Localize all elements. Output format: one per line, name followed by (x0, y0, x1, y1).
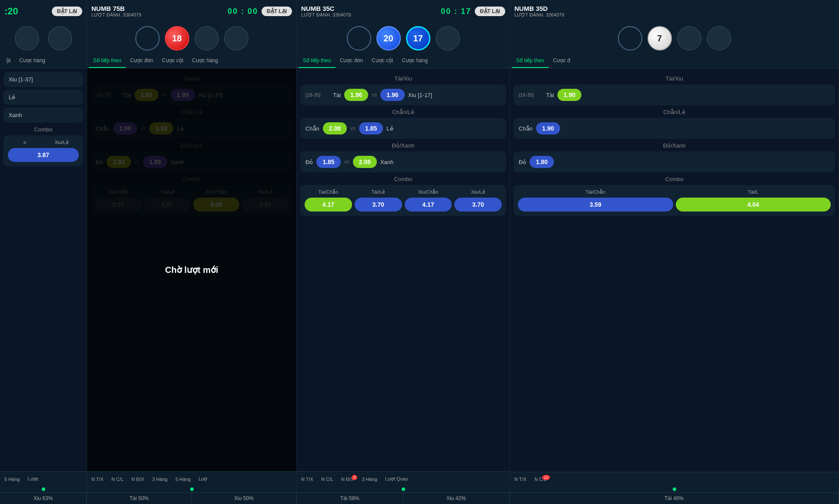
panel-header: NUMB 35C LƯỢT ĐÁNH. 3364078 00 : 17ĐẶT L… (297, 0, 510, 23)
panel-title-group: NUMB 35D LƯỢT ĐÁNH. 3364076 (514, 5, 564, 18)
section-title: Tài/Xiu (300, 75, 506, 82)
reset-button[interactable]: ĐẶT LẠI (52, 7, 82, 16)
section-title: Chẵn/Lẻ (300, 109, 506, 115)
combo-header: Tài/L (676, 189, 831, 195)
tabs-row: Số tiếp theoCược đơnCược cộtCược hàng (87, 54, 296, 68)
tabs-row: Số tiếp theoCược đơnCược cộtCược hàng (297, 54, 510, 68)
tab-2[interactable]: Cược cột (367, 54, 397, 68)
tab-2[interactable]: Cược cột (158, 54, 188, 68)
tab-3[interactable]: Cược hàng (397, 54, 432, 68)
ball-2 (677, 26, 701, 50)
panel-panel4: NUMB 35D LƯỢT ĐÁNH. 3364076 7Số tiếp the… (510, 0, 839, 504)
bet-left-odds[interactable]: 1.85 (316, 156, 340, 168)
bet-right-label: Xanh (9, 112, 22, 118)
bottom-tab-0[interactable]: N T/X (511, 474, 530, 484)
combo-header: Tài/Chẵn (518, 189, 673, 195)
bottom-tab-0[interactable]: N T/X (298, 474, 317, 484)
bet-right-odds[interactable]: 2.08 (353, 156, 377, 168)
bet-left-odds[interactable]: 2.08 (323, 122, 347, 134)
tab-3[interactable]: Cược hàng (188, 54, 222, 68)
waiting-text: Chờ lượt mới (165, 265, 218, 275)
combo-header: n (8, 140, 42, 145)
tab-0[interactable]: Số tiếp theo (89, 54, 126, 68)
bottom-tab-1[interactable]: N C/L (318, 474, 337, 484)
bet-left-label: Chẵn (305, 125, 319, 132)
bottom-tab-1[interactable]: N C/L 12 (531, 474, 550, 484)
combo-header: Tài/Lẻ (355, 189, 402, 195)
stats-row: Tài 50%Xiu 50% (87, 492, 296, 504)
combo-btn-0[interactable]: 4.17 (305, 198, 352, 212)
badge: 12 (542, 475, 550, 480)
combo-btn-1[interactable]: 3.70 (355, 198, 402, 212)
badge: 5 (352, 475, 357, 480)
score-display: :20 (4, 6, 18, 17)
combo-btn-3[interactable]: 3.70 (454, 198, 502, 212)
combo-btn-0[interactable]: 3.59 (518, 198, 673, 212)
reset-button[interactable]: ĐẶT LẠI (475, 7, 505, 16)
tab-1[interactable]: Cược hàng (15, 54, 50, 68)
section-title: Tài/Xiu (513, 75, 835, 82)
bet-left-odds[interactable]: 1.80 (530, 156, 554, 168)
panel-panel2: NUMB 75B LƯỢT ĐÁNH. 3364079 00 : 00ĐẶT L… (87, 0, 297, 504)
combo-btn-2[interactable]: 4.17 (405, 198, 452, 212)
bottom-tab-5[interactable]: Lượ (195, 474, 211, 484)
bottom-tab-1[interactable]: N C/L (108, 474, 127, 484)
panel-title: NUMB 35D (514, 5, 564, 12)
ball-3 (707, 26, 731, 50)
bet-right-odds[interactable]: 1.85 (359, 122, 383, 134)
section-title: Combo (3, 126, 83, 133)
ball-2: 17 (406, 26, 430, 50)
combo-header: Xiu/Lẻ (45, 140, 79, 145)
panel-content: Tài/Xiu[18-35]Tài1.96vs1.96Xiu [1-17]Chẵ… (297, 68, 510, 471)
bet-right-label: Xanh (380, 159, 393, 165)
bet-row: Xiu [1-37] (3, 72, 83, 87)
bet-left-odds[interactable]: 1.96 (344, 89, 368, 101)
bet-left-odds[interactable]: 1.90 (536, 122, 560, 134)
tab-0[interactable]: Số tiếp theo (299, 54, 336, 68)
panel-content: Chờ lượt mới Tài/Xiu[38-75]Tài1.93vs1.99… (87, 68, 296, 471)
progress-dot (673, 487, 676, 491)
stat-item-0: Xiu 63% (0, 493, 87, 504)
tab-1[interactable]: Cược đơn (336, 54, 367, 68)
tab-1[interactable]: Cược đơn (126, 54, 158, 68)
bottom-tab-0[interactable]: 5 Hàng (1, 474, 23, 484)
bet-row: [18-35]Tài1.90 (513, 84, 835, 105)
bottom-tab-2[interactable]: N Đ/X (128, 474, 148, 484)
ball-1: 18 (165, 26, 189, 50)
balls-row: 2017 (297, 23, 510, 54)
panel-title: NUMB 35C (301, 5, 351, 12)
tab-1[interactable]: Cược đ (549, 54, 575, 68)
ball-0 (618, 26, 642, 50)
stats-row: Xiu 63% (0, 492, 87, 504)
stat-item-1: Xiu 50% (192, 493, 297, 504)
bottom-tab-4[interactable]: 5 Hàng (172, 474, 194, 484)
bottom-tab-2[interactable]: N Đ/X 5 (338, 474, 357, 484)
combo-btn-0[interactable]: 3.87 (8, 148, 79, 162)
panel-header: NUMB 75B LƯỢT ĐÁNH. 3364079 00 : 00ĐẶT L… (87, 0, 296, 23)
bet-row: Xanh (3, 108, 83, 123)
bottom-tabs: N T/X N C/L 12 (510, 472, 839, 486)
bottom-tab-0[interactable]: N T/X (88, 474, 107, 484)
bet-left-label: Đỏ (305, 159, 313, 165)
balls-row: 18 (87, 23, 296, 54)
bet-right-odds[interactable]: 1.96 (380, 89, 404, 101)
bottom-tab-3[interactable]: 3 Hàng (148, 474, 171, 484)
panel-panel1: :20ĐẶT LẠIộtCược hàngXiu [1-37]LẻXanhCom… (0, 0, 87, 504)
stat-item-1: Xiu 42% (403, 493, 510, 504)
bet-left-odds[interactable]: 1.90 (557, 89, 581, 101)
panel-subtitle: LƯỢT ĐÁNH. 3364078 (301, 12, 351, 18)
tab-0[interactable]: ột (2, 54, 15, 68)
bottom-tab-1[interactable]: Lược (24, 474, 42, 484)
panel-title-group: NUMB 75B LƯỢT ĐÁNH. 3364079 (91, 5, 141, 18)
tab-0[interactable]: Số tiếp theo (512, 54, 549, 68)
bottom-tab-3[interactable]: 3 Hàng (358, 474, 380, 484)
bottom-tab-4[interactable]: Lượt Quay (382, 474, 412, 484)
combo-btn-1[interactable]: 4.04 (676, 198, 831, 212)
ball-1: 20 (376, 26, 401, 50)
reset-button[interactable]: ĐẶT LẠI (262, 7, 292, 16)
timer: 00 : 00 (228, 7, 258, 16)
bet-row: Lẻ (3, 90, 83, 105)
bet-range: [18-35] (305, 92, 329, 97)
ball-0 (135, 26, 160, 50)
ball-3 (224, 26, 248, 50)
